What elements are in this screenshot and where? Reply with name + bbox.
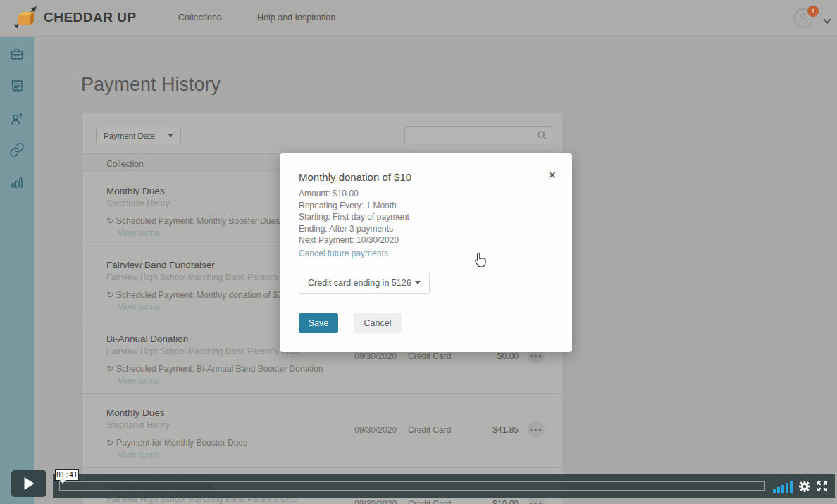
- payment-method-select[interactable]: Credit card ending in 5126: [299, 272, 430, 294]
- notification-badge: 1: [807, 6, 819, 17]
- seek-time-tooltip: 01:41: [55, 469, 79, 481]
- seek-bar[interactable]: [59, 481, 765, 491]
- column-header-collection: Collection: [106, 159, 144, 169]
- row-scheduled-line: ↻Scheduled Payment: Bi-Annual Band Boost…: [106, 364, 563, 374]
- chevron-down-icon: [823, 15, 831, 23]
- row-more-button[interactable]: ●●●: [528, 421, 545, 438]
- sidebar-nav: [0, 37, 34, 504]
- brand-logo[interactable]: CHEDDAR UP: [13, 6, 137, 30]
- sort-by-value: Payment Date: [104, 132, 155, 140]
- recurring-icon: ↻: [106, 216, 113, 226]
- cancel-future-payments-link[interactable]: Cancel future payments: [299, 248, 409, 260]
- detail-repeating: Repeating Every: 1 Month: [299, 200, 409, 212]
- row-scheduled-text: Scheduled Payment: Monthly Booster Dues: [116, 216, 280, 226]
- detail-ending: Ending: After 3 payments: [299, 223, 409, 235]
- row-scheduled-line: ↻Payment for Monthly Booster Dues: [106, 438, 563, 448]
- detail-next-payment: Next Payment: 10/30/2020: [299, 234, 409, 246]
- modal-details: Amount: $10.00 Repeating Every: 1 Month …: [299, 188, 409, 259]
- briefcase-icon[interactable]: [9, 46, 25, 62]
- row-date: 09/30/2020: [354, 425, 397, 435]
- row-method: Credit Card: [408, 425, 451, 435]
- row-amount: $41.85: [461, 425, 519, 435]
- row-collection-title[interactable]: Monthly Dues: [106, 408, 563, 418]
- scheduled-payment-modal: Monthly donation of $10 ✕ Amount: $10.00…: [280, 153, 572, 352]
- nav-collections[interactable]: Collections: [178, 13, 221, 23]
- play-button[interactable]: [11, 470, 46, 497]
- page-title: Payment History: [81, 74, 221, 96]
- account-menu[interactable]: 1: [789, 6, 831, 31]
- recurring-icon: ↻: [106, 364, 113, 374]
- table-row: Monthly Dues Stephanie Henry ↻Payment fo…: [82, 394, 563, 468]
- mouse-cursor: [473, 252, 487, 271]
- row-scheduled-text: Scheduled Payment: Monthly donation of $…: [116, 290, 287, 300]
- row-date: 09/30/2020: [354, 499, 397, 504]
- row-amount: $0.00: [461, 351, 519, 361]
- row-amount: $10.00: [461, 499, 519, 504]
- payment-method-value: Credit card ending in 5126: [308, 278, 411, 288]
- fullscreen-icon[interactable]: [816, 480, 829, 496]
- view-terms-link[interactable]: View terms: [118, 450, 563, 460]
- link-icon[interactable]: [9, 142, 25, 158]
- caret-down-icon: [168, 134, 173, 137]
- settings-gear-icon[interactable]: [798, 480, 811, 496]
- search-input[interactable]: [409, 127, 533, 143]
- row-scheduled-text: Scheduled Payment: Bi-Annual Band Booste…: [116, 364, 323, 374]
- save-button[interactable]: Save: [299, 313, 338, 333]
- row-method: Credit Card: [408, 499, 451, 504]
- view-terms-link[interactable]: View terms: [118, 376, 563, 386]
- app-screen: CHEDDAR UP Collections Help and Inspirat…: [0, 0, 837, 504]
- caret-down-icon: [415, 281, 421, 284]
- seek-time-value: 01:41: [56, 471, 78, 479]
- receipt-icon[interactable]: [9, 78, 25, 94]
- app-header: CHEDDAR UP Collections Help and Inspirat…: [0, 0, 837, 37]
- brand-name: CHEDDAR UP: [44, 10, 137, 25]
- row-method: Credit Card: [408, 351, 451, 361]
- bar-chart-icon[interactable]: [9, 175, 25, 190]
- tooltip-arrow: [60, 480, 66, 484]
- recurring-icon: ↻: [106, 438, 113, 448]
- detail-starting: Starting: First day of payment: [299, 211, 409, 223]
- detail-amount: Amount: $10.00: [299, 188, 409, 200]
- play-icon: [24, 477, 35, 490]
- sort-by-select[interactable]: Payment Date: [96, 127, 181, 144]
- cancel-button[interactable]: Cancel: [354, 313, 402, 333]
- volume-icon[interactable]: [773, 479, 795, 496]
- video-control-bar: [53, 474, 835, 498]
- modal-title: Monthly donation of $10: [299, 171, 411, 183]
- search-box: [404, 126, 552, 144]
- row-date: 09/30/2020: [354, 351, 397, 361]
- row-scheduled-text: Payment for Monthly Booster Dues: [116, 438, 247, 448]
- search-icon: [537, 130, 547, 141]
- cheddar-cube-arrow-icon: [13, 6, 38, 30]
- nav-help-and-inspiration[interactable]: Help and Inspiration: [257, 13, 335, 23]
- add-person-icon[interactable]: [9, 111, 25, 127]
- recurring-icon: ↻: [106, 290, 113, 300]
- close-icon[interactable]: ✕: [547, 169, 557, 182]
